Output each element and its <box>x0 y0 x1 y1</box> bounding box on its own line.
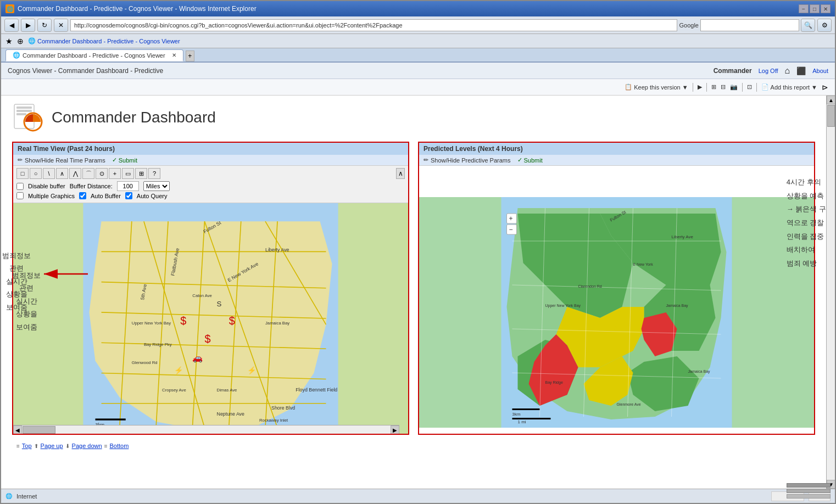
about-link[interactable]: About <box>812 68 828 74</box>
deco-bar-1 <box>787 483 831 488</box>
nav-sep-2: ⬆ <box>34 443 38 449</box>
stop-button[interactable]: ✕ <box>54 19 68 32</box>
svg-rect-5 <box>16 113 26 115</box>
map-tool-poly1[interactable]: ∧ <box>56 168 68 179</box>
realtime-hscroll-track[interactable] <box>22 425 391 434</box>
svg-text:Jamaica Bay: Jamaica Bay <box>666 304 689 308</box>
cognos-toolbar: 📋 Keep this version ▼ ▶ ⊞ ⊟ 📷 ⊡ 📄 Add th… <box>1 79 835 96</box>
realtime-hscroll[interactable]: ◀ ▶ <box>13 425 399 434</box>
play-button[interactable]: ▶ <box>698 83 702 91</box>
svg-text:Shore Blvd: Shore Blvd <box>271 405 295 411</box>
map-tool-freeform[interactable]: ⊙ <box>96 168 108 179</box>
show-hide-predictive-button[interactable]: ✏ Show/Hide Predictive Params <box>423 156 511 164</box>
scroll-up-button[interactable]: ▲ <box>827 96 835 104</box>
svg-rect-3 <box>16 107 32 109</box>
map-tool-rect[interactable]: □ <box>16 168 29 179</box>
svg-text:Glenwood Rd: Glenwood Rd <box>132 360 158 365</box>
forward-button[interactable]: ▶ <box>21 19 35 32</box>
map-tool-grid[interactable]: ⊞ <box>135 168 147 179</box>
predicted-map-svg: Fulton St Liberty Ave Upper New York Bay… <box>419 197 814 428</box>
browser-window: 🌐 Commander Dashboard - Predictive - Cog… <box>0 0 836 504</box>
add-report-dropdown[interactable]: ▼ <box>811 84 817 91</box>
tab-close-icon[interactable]: ✕ <box>172 52 176 58</box>
restore-button[interactable]: □ <box>810 4 820 13</box>
map-tool-curve[interactable]: ⌒ <box>82 168 94 179</box>
keep-version-item[interactable]: 📋 Keep this version ▼ <box>625 83 688 91</box>
predicted-panel-toolbar: ✏ Show/Hide Predictive Params ✓ Submit <box>419 155 814 166</box>
page-down-link[interactable]: Page down <box>72 443 102 449</box>
panel-grid: Real Time View (Past 24 hours) ✏ Show/Hi… <box>12 142 815 435</box>
map-tool-line[interactable]: \ <box>43 168 55 179</box>
play-icon: ▶ <box>698 83 702 91</box>
bottom-link[interactable]: Bottom <box>109 443 129 449</box>
toolbar-icon-4[interactable]: ⊡ <box>747 83 752 91</box>
page-up-link[interactable]: Page up <box>41 443 63 449</box>
keep-version-icon: 📋 <box>625 83 632 91</box>
browser-icon: 🌐 <box>5 4 14 13</box>
auto-buffer-checkbox[interactable] <box>79 192 86 199</box>
search-go-button[interactable]: 🔍 <box>801 19 815 32</box>
refresh-button[interactable]: ↻ <box>37 19 52 32</box>
check-icon-2: ✓ <box>517 156 522 164</box>
top-link[interactable]: Top <box>22 443 32 449</box>
close-button[interactable]: ✕ <box>821 4 831 13</box>
buffer-unit-select[interactable]: Miles Km <box>143 181 170 191</box>
log-off-link[interactable]: Log Off <box>759 68 778 74</box>
title-bar: 🌐 Commander Dashboard - Predictive - Cog… <box>1 1 835 16</box>
scroll-track[interactable] <box>827 104 835 480</box>
tools-button[interactable]: ⚙ <box>817 19 832 32</box>
favorites-bar: ★ ⊕ 🌐 Commander Dashboard - Predictive -… <box>1 34 835 48</box>
minimize-button[interactable]: − <box>799 4 809 13</box>
buffer-distance-label: Buffer Distance: <box>70 183 113 189</box>
map-tool-poly2[interactable]: ⋀ <box>69 168 81 179</box>
svg-text:Rockaway Inlet: Rockaway Inlet <box>259 418 288 423</box>
address-input[interactable] <box>70 19 677 31</box>
realtime-map-controls: □ ○ \ ∧ ⋀ ⌒ ⊙ + ▭ ⊞ ? ∧ <box>13 166 408 203</box>
disable-buffer-checkbox[interactable] <box>16 183 24 190</box>
nav-sep-1: ≡ <box>16 443 20 449</box>
svg-text:Caton Ave: Caton Ave <box>192 293 211 298</box>
map-tool-help[interactable]: ? <box>148 168 160 179</box>
svg-text:🚗: 🚗 <box>192 352 203 363</box>
svg-text:1 mi: 1 mi <box>518 419 526 424</box>
predicted-submit-button[interactable]: ✓ Submit <box>517 156 543 164</box>
deco-bar-2 <box>787 489 831 493</box>
toolbar-icon-1[interactable]: ⊞ <box>711 83 716 91</box>
nav-icon-2[interactable]: ⬛ <box>796 66 806 75</box>
main-area: 범죄정보 관련 실시간 상황을 보여줌 <box>1 96 835 489</box>
vertical-scrollbar[interactable]: ▲ ▼ <box>826 96 835 489</box>
toolbar-icon-3[interactable]: 📷 <box>730 83 738 91</box>
map-expand-button[interactable]: ∧ <box>396 168 405 179</box>
svg-text:E New York: E New York <box>633 262 654 266</box>
active-tab[interactable]: 🌐 Commander Dashboard - Predictive - Cog… <box>5 49 183 61</box>
realtime-map-svg: $ $ $ 🚗 S ⚡ ⚡ Fulton St Liberty Ave 5th … <box>13 203 408 434</box>
scroll-thumb[interactable] <box>827 105 835 127</box>
multiple-graphics-checkbox[interactable] <box>16 192 24 199</box>
map-tool-cross[interactable]: + <box>109 168 121 179</box>
keep-version-dropdown[interactable]: ▼ <box>682 84 688 91</box>
home-icon[interactable]: ⌂ <box>785 66 790 76</box>
buffer-distance-input[interactable] <box>117 181 139 191</box>
favorites-link[interactable]: 🌐 Commander Dashboard - Predictive - Cog… <box>28 37 180 44</box>
realtime-hscroll-left[interactable]: ◀ <box>13 425 22 434</box>
predicted-map: Fulton St Liberty Ave Upper New York Bay… <box>419 197 814 428</box>
add-report-icon: 📄 <box>761 83 769 91</box>
left-arrow <box>38 266 93 284</box>
map-options-row1: Disable buffer Buffer Distance: Miles Km <box>16 181 405 191</box>
back-button[interactable]: ◀ <box>4 19 19 32</box>
show-hide-realtime-button[interactable]: ✏ Show/Hide Real Time Params <box>18 156 105 164</box>
map-tool-rect2[interactable]: ▭ <box>122 168 134 179</box>
toolbar-icon-2[interactable]: ⊟ <box>721 83 726 91</box>
new-tab-button[interactable]: + <box>186 51 194 61</box>
realtime-hscroll-thumb[interactable] <box>23 426 55 434</box>
auto-buffer-label: Auto Buffer <box>91 193 121 199</box>
map-tool-circle[interactable]: ○ <box>30 168 42 179</box>
auto-query-checkbox[interactable] <box>125 192 132 199</box>
nav-sep-3: ⬇ <box>65 443 70 449</box>
tab-bar: 🌐 Commander Dashboard - Predictive - Cog… <box>1 48 835 63</box>
search-input[interactable] <box>700 19 799 31</box>
add-report-button[interactable]: 📄 Add this report ▼ <box>761 83 817 91</box>
realtime-hscroll-right[interactable]: ▶ <box>391 425 399 434</box>
realtime-submit-button[interactable]: ✓ Submit <box>112 156 137 164</box>
svg-text:Glenmore Ave: Glenmore Ave <box>617 402 641 406</box>
